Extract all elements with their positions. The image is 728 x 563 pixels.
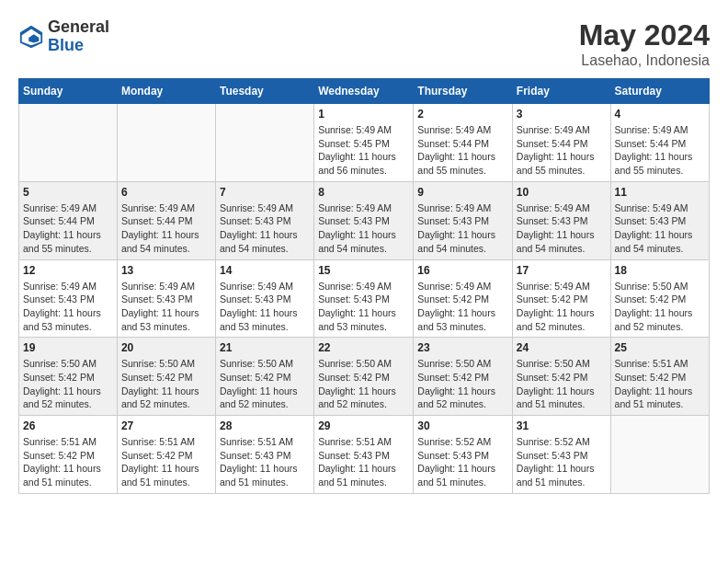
calendar-row: 12Sunrise: 5:49 AM Sunset: 5:43 PM Dayli… [19,259,710,338]
day-info: Sunrise: 5:50 AM Sunset: 5:42 PM Dayligh… [417,357,508,411]
day-info: Sunrise: 5:51 AM Sunset: 5:42 PM Dayligh… [615,357,705,411]
weekday-header: Sunday [19,79,118,104]
day-info: Sunrise: 5:49 AM Sunset: 5:43 PM Dayligh… [220,280,310,334]
day-info: Sunrise: 5:49 AM Sunset: 5:42 PM Dayligh… [417,280,508,334]
day-number: 30 [417,419,508,432]
day-number: 25 [615,341,705,354]
calendar-cell: 10Sunrise: 5:49 AM Sunset: 5:43 PM Dayli… [512,181,610,259]
day-number: 15 [318,264,409,277]
calendar-cell: 31Sunrise: 5:52 AM Sunset: 5:43 PM Dayli… [512,416,610,494]
calendar-cell: 12Sunrise: 5:49 AM Sunset: 5:43 PM Dayli… [19,259,118,338]
day-info: Sunrise: 5:49 AM Sunset: 5:43 PM Dayligh… [417,201,508,256]
calendar-cell: 1Sunrise: 5:49 AM Sunset: 5:45 PM Daylig… [314,104,414,182]
day-info: Sunrise: 5:49 AM Sunset: 5:43 PM Dayligh… [318,201,409,256]
day-info: Sunrise: 5:50 AM Sunset: 5:42 PM Dayligh… [23,357,113,411]
calendar-location: Lasehao, Indonesia [579,52,710,69]
day-info: Sunrise: 5:49 AM Sunset: 5:44 PM Dayligh… [121,201,211,256]
day-info: Sunrise: 5:51 AM Sunset: 5:43 PM Dayligh… [318,435,409,489]
calendar-cell: 19Sunrise: 5:50 AM Sunset: 5:42 PM Dayli… [19,338,118,416]
day-info: Sunrise: 5:49 AM Sunset: 5:43 PM Dayligh… [23,280,113,334]
day-info: Sunrise: 5:49 AM Sunset: 5:44 PM Dayligh… [23,201,113,256]
day-info: Sunrise: 5:49 AM Sunset: 5:43 PM Dayligh… [220,201,310,256]
day-number: 14 [220,264,310,277]
calendar-cell [215,104,313,182]
day-number: 8 [318,186,409,199]
calendar-cell: 22Sunrise: 5:50 AM Sunset: 5:42 PM Dayli… [314,338,414,416]
day-number: 7 [220,186,310,199]
calendar-row: 19Sunrise: 5:50 AM Sunset: 5:42 PM Dayli… [19,338,710,416]
calendar-cell: 4Sunrise: 5:49 AM Sunset: 5:44 PM Daylig… [610,104,709,182]
calendar-cell: 23Sunrise: 5:50 AM Sunset: 5:42 PM Dayli… [414,338,513,416]
day-info: Sunrise: 5:51 AM Sunset: 5:42 PM Dayligh… [121,435,211,489]
day-number: 5 [23,186,113,199]
title-block: May 2024 Lasehao, Indonesia [579,18,710,69]
day-info: Sunrise: 5:50 AM Sunset: 5:42 PM Dayligh… [517,357,607,411]
calendar-cell: 16Sunrise: 5:49 AM Sunset: 5:42 PM Dayli… [414,259,513,338]
day-info: Sunrise: 5:49 AM Sunset: 5:44 PM Dayligh… [417,123,508,178]
calendar-cell: 26Sunrise: 5:51 AM Sunset: 5:42 PM Dayli… [19,416,118,494]
day-number: 3 [517,108,607,121]
calendar-cell: 20Sunrise: 5:50 AM Sunset: 5:42 PM Dayli… [117,338,215,416]
day-info: Sunrise: 5:52 AM Sunset: 5:43 PM Dayligh… [417,435,508,489]
day-number: 20 [121,341,211,354]
calendar-cell: 13Sunrise: 5:49 AM Sunset: 5:43 PM Dayli… [117,259,215,338]
weekday-header: Tuesday [215,79,313,104]
day-info: Sunrise: 5:49 AM Sunset: 5:44 PM Dayligh… [615,123,705,178]
day-number: 22 [318,341,409,354]
weekday-header: Thursday [414,79,513,104]
calendar-title: May 2024 [579,18,710,52]
day-number: 4 [615,108,705,121]
calendar-header: SundayMondayTuesdayWednesdayThursdayFrid… [19,79,710,104]
day-info: Sunrise: 5:50 AM Sunset: 5:42 PM Dayligh… [220,357,310,411]
calendar-cell: 5Sunrise: 5:49 AM Sunset: 5:44 PM Daylig… [19,181,118,259]
calendar-cell: 24Sunrise: 5:50 AM Sunset: 5:42 PM Dayli… [512,338,610,416]
day-info: Sunrise: 5:49 AM Sunset: 5:42 PM Dayligh… [517,280,607,334]
calendar-cell: 18Sunrise: 5:50 AM Sunset: 5:42 PM Dayli… [610,259,709,338]
day-number: 1 [318,108,409,121]
calendar-cell: 27Sunrise: 5:51 AM Sunset: 5:42 PM Dayli… [117,416,215,494]
calendar-cell: 17Sunrise: 5:49 AM Sunset: 5:42 PM Dayli… [512,259,610,338]
day-number: 10 [517,186,607,199]
day-number: 17 [517,264,607,277]
calendar-cell: 8Sunrise: 5:49 AM Sunset: 5:43 PM Daylig… [314,181,414,259]
calendar-cell: 28Sunrise: 5:51 AM Sunset: 5:43 PM Dayli… [215,416,313,494]
day-info: Sunrise: 5:49 AM Sunset: 5:43 PM Dayligh… [121,280,211,334]
day-number: 9 [417,186,508,199]
day-number: 19 [23,341,113,354]
day-info: Sunrise: 5:50 AM Sunset: 5:42 PM Dayligh… [615,280,705,334]
weekday-header: Wednesday [314,79,414,104]
calendar-cell: 3Sunrise: 5:49 AM Sunset: 5:44 PM Daylig… [512,104,610,182]
day-info: Sunrise: 5:50 AM Sunset: 5:42 PM Dayligh… [318,357,409,411]
day-info: Sunrise: 5:50 AM Sunset: 5:42 PM Dayligh… [121,357,211,411]
day-number: 24 [517,341,607,354]
day-number: 16 [417,264,508,277]
day-info: Sunrise: 5:51 AM Sunset: 5:43 PM Dayligh… [220,435,310,489]
calendar-cell: 2Sunrise: 5:49 AM Sunset: 5:44 PM Daylig… [414,104,513,182]
calendar-cell [19,104,118,182]
calendar-cell: 6Sunrise: 5:49 AM Sunset: 5:44 PM Daylig… [117,181,215,259]
calendar-cell: 11Sunrise: 5:49 AM Sunset: 5:43 PM Dayli… [610,181,709,259]
day-info: Sunrise: 5:49 AM Sunset: 5:43 PM Dayligh… [615,201,705,256]
calendar-row: 1Sunrise: 5:49 AM Sunset: 5:45 PM Daylig… [19,104,710,182]
calendar-cell: 14Sunrise: 5:49 AM Sunset: 5:43 PM Dayli… [215,259,313,338]
weekday-header: Monday [117,79,215,104]
day-info: Sunrise: 5:52 AM Sunset: 5:43 PM Dayligh… [517,435,607,489]
day-number: 18 [615,264,705,277]
day-info: Sunrise: 5:49 AM Sunset: 5:44 PM Dayligh… [517,123,607,178]
day-number: 6 [121,186,211,199]
calendar-cell: 7Sunrise: 5:49 AM Sunset: 5:43 PM Daylig… [215,181,313,259]
page-header: General Blue May 2024 Lasehao, Indonesia [18,18,710,69]
day-info: Sunrise: 5:49 AM Sunset: 5:45 PM Dayligh… [318,123,409,178]
weekday-header: Friday [512,79,610,104]
logo-text: General Blue [48,18,109,55]
day-number: 12 [23,264,113,277]
calendar-cell [610,416,709,494]
calendar-cell: 29Sunrise: 5:51 AM Sunset: 5:43 PM Dayli… [314,416,414,494]
day-number: 11 [615,186,705,199]
calendar-row: 5Sunrise: 5:49 AM Sunset: 5:44 PM Daylig… [19,181,710,259]
calendar-cell: 30Sunrise: 5:52 AM Sunset: 5:43 PM Dayli… [414,416,513,494]
calendar-row: 26Sunrise: 5:51 AM Sunset: 5:42 PM Dayli… [19,416,710,494]
calendar-cell: 25Sunrise: 5:51 AM Sunset: 5:42 PM Dayli… [610,338,709,416]
calendar-cell: 21Sunrise: 5:50 AM Sunset: 5:42 PM Dayli… [215,338,313,416]
calendar-cell [117,104,215,182]
